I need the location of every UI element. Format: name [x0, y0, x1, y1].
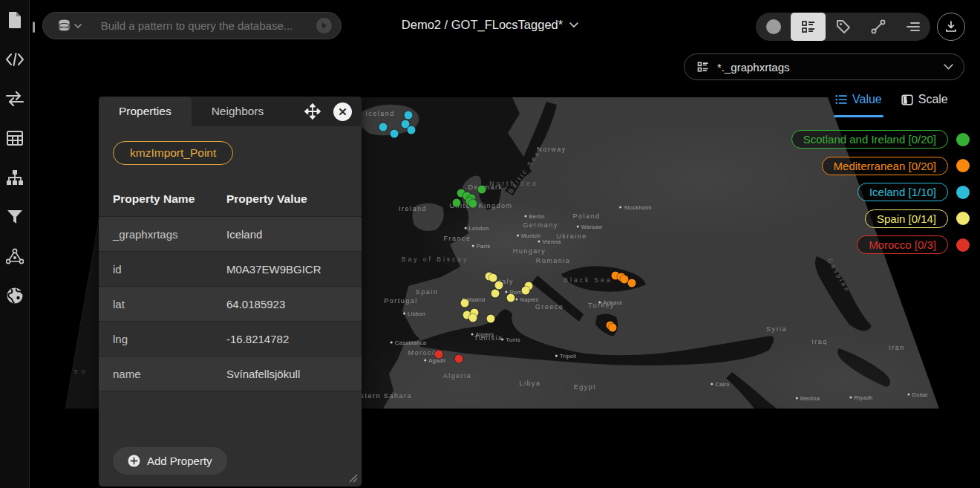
database-selector[interactable] [58, 19, 82, 33]
table-header: Property Name Property Value [99, 192, 362, 216]
property-value-cell[interactable]: M0A37EW9BGICR [226, 263, 362, 276]
sidebar-item-filter[interactable] [5, 207, 24, 227]
query-builder-bar[interactable] [42, 12, 342, 39]
legend-color-dot[interactable] [956, 159, 970, 172]
property-value-cell[interactable]: Svínafellsjökull [226, 368, 362, 380]
properties-panel: Properties Neighbors ✕ kmzImport_Point P… [99, 97, 362, 487]
sidebar-item-map[interactable] [5, 286, 24, 305]
properties-panel-body: kmzImport_Point Property Name Property V… [99, 126, 362, 487]
property-value-cell[interactable]: -16.8214782 [226, 333, 362, 345]
legend-color-dot[interactable] [956, 133, 970, 146]
tab-value[interactable]: Value [835, 89, 882, 117]
value-list-icon [835, 94, 847, 105]
table-row[interactable]: nameSvínafellsjökull [99, 356, 362, 391]
table-row[interactable]: idM0A37EW9BGICR [99, 251, 362, 286]
sidebar-item-graph[interactable] [5, 247, 24, 266]
tag-style-button[interactable] [826, 13, 860, 41]
sidebar-item-project[interactable] [5, 10, 24, 30]
table-row[interactable]: _graphxrtagsIceland [99, 216, 362, 251]
property-name-cell: name [113, 368, 226, 380]
sidebar-item-transform[interactable] [5, 89, 24, 108]
project-title-menu[interactable]: Demo2 / GOT_FLocsTagged* [364, 18, 616, 32]
map-node[interactable] [478, 186, 486, 194]
query-input[interactable] [82, 19, 316, 33]
style-mode-toolbar [756, 13, 930, 41]
property-table: _graphxrtagsIcelandidM0A37EW9BGICRlat64.… [99, 216, 362, 391]
legend-style-button[interactable] [791, 13, 826, 41]
map-node[interactable] [495, 282, 503, 290]
table-row[interactable]: lat64.0185923 [99, 286, 362, 321]
property-value-cell[interactable]: Iceland [226, 228, 362, 241]
file-icon [7, 11, 23, 29]
property-name-cell: id [113, 263, 226, 276]
download-button[interactable] [937, 13, 965, 41]
map-node[interactable] [453, 199, 461, 207]
map-node[interactable] [408, 126, 416, 134]
map-node[interactable] [491, 290, 500, 298]
legend-item: Scotland and Ireland [0/20] [791, 130, 970, 149]
property-name-cell: _graphxrtags [113, 228, 226, 241]
tab-value-label: Value [852, 93, 882, 106]
legend-icon [800, 19, 817, 35]
map-node[interactable] [435, 351, 443, 359]
list-style-button[interactable] [895, 13, 930, 41]
run-query-button[interactable] [316, 18, 332, 33]
plus-circle-icon [128, 455, 140, 467]
map-node[interactable] [507, 294, 515, 302]
legend-pill[interactable]: Iceland [1/10] [858, 183, 948, 201]
style-field-dropdown[interactable]: *._graphxrtags [684, 53, 964, 80]
map-node[interactable] [461, 299, 469, 308]
legend-pill[interactable]: Spain [0/14] [865, 209, 948, 228]
panel-handle[interactable] [33, 22, 35, 33]
map-node[interactable] [609, 324, 617, 332]
tab-scale[interactable]: Scale [901, 89, 948, 117]
panel-header-tools: ✕ [304, 103, 362, 121]
legend-item: Mediterranean [0/20] [822, 157, 970, 175]
legend-pill[interactable]: Scotland and Ireland [0/20] [791, 130, 948, 149]
selected-field-value: *._graphxrtags [717, 61, 790, 74]
close-panel-button[interactable]: ✕ [333, 103, 352, 121]
sidebar-item-query[interactable] [5, 50, 24, 69]
globe-icon [6, 287, 24, 305]
map-node[interactable] [469, 314, 477, 322]
map-node[interactable] [522, 287, 530, 295]
column-header-name: Property Name [113, 192, 226, 206]
map-node[interactable] [379, 123, 388, 131]
legend-color-dot[interactable] [956, 212, 970, 225]
chevron-down-icon [74, 24, 82, 28]
code-icon [5, 53, 24, 66]
legend-icon [696, 60, 710, 74]
table-icon [7, 131, 23, 146]
table-row[interactable]: lng-16.8214782 [99, 321, 362, 356]
list-icon [905, 19, 921, 35]
map-node[interactable] [391, 130, 399, 138]
map-node[interactable] [487, 315, 495, 323]
database-icon [58, 19, 71, 33]
add-property-button[interactable]: Add Property [113, 447, 227, 475]
page-title: Demo2 / GOT_FLocsTagged* [402, 18, 563, 32]
legend-color-dot[interactable] [956, 186, 970, 199]
node-style-button[interactable] [756, 13, 791, 41]
property-value-cell[interactable]: 64.0185923 [226, 298, 362, 310]
move-panel-button[interactable] [304, 103, 321, 120]
map-node[interactable] [628, 279, 636, 287]
legend-color-dot[interactable] [956, 238, 970, 252]
link-icon [870, 19, 886, 35]
map-node[interactable] [469, 200, 477, 208]
map-node[interactable] [455, 355, 463, 363]
sidebar-item-hierarchy[interactable] [5, 168, 24, 187]
map-node[interactable] [405, 111, 413, 120]
category-badge[interactable]: kmzImport_Point [113, 141, 233, 165]
edge-style-button[interactable] [860, 13, 895, 41]
legend: Scotland and Ireland [0/20]Mediterranean… [791, 130, 970, 254]
property-name-cell: lat [113, 298, 226, 310]
legend-item: Morocco [0/3] [857, 235, 970, 254]
swap-arrows-icon [5, 91, 24, 106]
legend-pill[interactable]: Mediterranean [0/20] [822, 157, 948, 175]
resize-grip-icon[interactable] [349, 474, 358, 483]
sidebar-item-table[interactable] [5, 128, 24, 148]
map-node[interactable] [489, 274, 497, 282]
legend-pill[interactable]: Morocco [0/3] [857, 235, 948, 254]
tab-neighbors[interactable]: Neighbors [192, 97, 284, 126]
tab-properties[interactable]: Properties [99, 97, 192, 126]
